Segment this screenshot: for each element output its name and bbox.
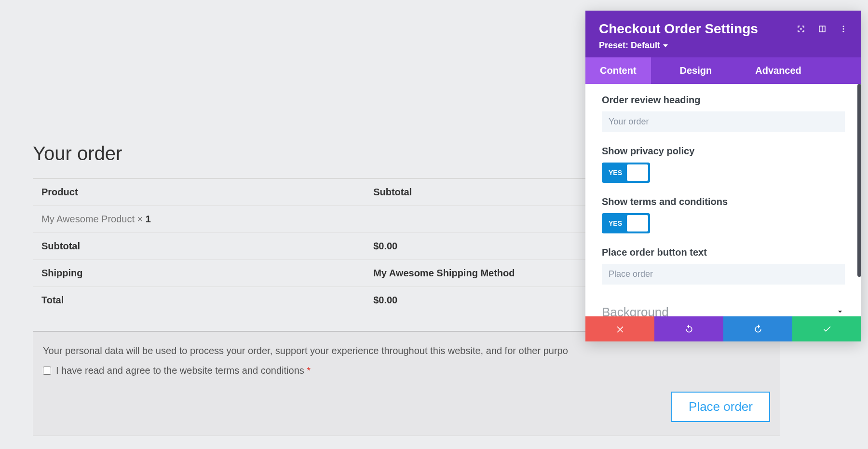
svg-rect-0 [800,28,802,30]
accordion-title: Background [602,305,669,316]
expand-icon[interactable] [797,25,805,33]
chevron-down-icon [835,307,845,317]
panel-body: Order review heading Show privacy policy… [585,84,861,316]
show-terms-toggle[interactable]: YES [602,213,650,233]
check-icon [822,324,832,334]
more-options-icon[interactable] [839,25,848,33]
toggle-value: YES [604,169,627,177]
field-place-order-btn-text: Place order button text [602,247,845,285]
tab-content[interactable]: Content [585,57,651,84]
field-label: Order review heading [602,95,845,106]
show-privacy-toggle[interactable]: YES [602,163,650,183]
svg-point-1 [843,26,844,27]
toggle-knob [627,215,648,231]
settings-panel: Checkout Order Settings Preset: Default … [585,11,861,341]
redo-icon [753,324,763,334]
chevron-down-icon [663,44,668,47]
panel-title: Checkout Order Settings [599,21,758,37]
close-icon [615,324,625,334]
terms-checkbox[interactable] [43,367,51,375]
field-label: Show privacy policy [602,146,845,157]
row-subtotal-label: Subtotal [33,233,365,260]
panel-header: Checkout Order Settings Preset: Default [585,11,861,57]
row-shipping-label: Shipping [33,260,365,287]
preset-dropdown[interactable]: Preset: Default [599,41,668,51]
undo-icon [684,324,694,334]
item-qty-sep: × [137,214,146,224]
item-qty: 1 [146,214,151,224]
panel-tabs: Content Design Advanced [585,57,861,84]
row-total-label: Total [33,287,365,314]
col-product: Product [33,178,365,206]
field-label: Show terms and conditions [602,196,845,207]
place-order-text-input[interactable] [602,264,845,285]
field-show-privacy: Show privacy policy YES [602,146,845,183]
svg-point-2 [843,28,844,30]
split-view-icon[interactable] [818,25,827,33]
checkout-notice-box: Your personal data will be used to proce… [33,331,780,436]
field-show-terms: Show terms and conditions YES [602,196,845,233]
terms-required-asterisk: * [307,365,311,376]
panel-footer [585,316,861,341]
item-name: My Awesome Product [41,214,137,224]
toggle-value: YES [604,219,627,227]
toggle-knob [627,164,648,181]
redo-button[interactable] [723,316,792,341]
cell-item: My Awesome Product × 1 [33,206,365,233]
field-order-review-heading: Order review heading [602,95,845,132]
preset-label: Preset: Default [599,41,660,51]
svg-point-3 [843,31,844,32]
terms-checkbox-row[interactable]: I have read and agree to the website ter… [33,358,780,388]
place-order-button[interactable]: Place order [671,392,770,422]
accordion-background[interactable]: Background [602,298,845,316]
field-label: Place order button text [602,247,845,258]
terms-text: I have read and agree to the website ter… [56,365,307,376]
save-button[interactable] [792,316,861,341]
close-button[interactable] [585,316,654,341]
undo-button[interactable] [654,316,723,341]
panel-scrollbar[interactable] [857,84,861,277]
tab-advanced[interactable]: Advanced [741,57,816,84]
order-review-heading-input[interactable] [602,111,845,132]
tab-design[interactable]: Design [665,57,727,84]
